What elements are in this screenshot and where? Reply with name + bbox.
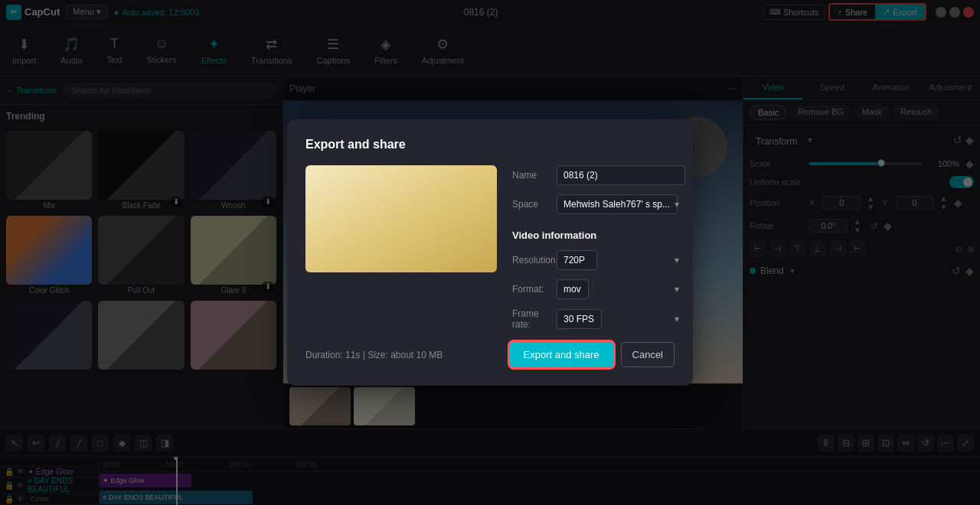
modal-body: Name Space Mehwish Saleh767' s sp... Vid… — [305, 165, 675, 330]
format-label: Format: — [512, 284, 550, 295]
framerate-select-wrapper: 24 FPS 30 FPS 60 FPS — [557, 309, 685, 329]
resolution-label: Resolution: — [512, 255, 550, 266]
modal-preview — [305, 165, 497, 272]
resolution-select[interactable]: 720P 1080P 4K — [557, 250, 597, 270]
space-select-wrapper: Mehwish Saleh767' s sp... — [557, 194, 685, 214]
framerate-label: Frame rate: — [512, 308, 550, 330]
export-share-modal: Export and share Name Space Mehwish Sale… — [287, 119, 693, 386]
modal-form: Name Space Mehwish Saleh767' s sp... Vid… — [512, 165, 685, 330]
space-label: Space — [512, 199, 550, 210]
name-input[interactable] — [557, 165, 685, 185]
name-label: Name — [512, 170, 550, 181]
framerate-row: Frame rate: 24 FPS 30 FPS 60 FPS — [512, 308, 685, 330]
format-select[interactable]: mov mp4 — [557, 279, 589, 299]
space-select[interactable]: Mehwish Saleh767' s sp... — [557, 194, 678, 214]
export-share-button[interactable]: Export and share — [510, 342, 613, 367]
format-row: Format: mov mp4 — [512, 279, 685, 299]
modal-overlay: Export and share Name Space Mehwish Sale… — [0, 0, 980, 505]
modal-footer: Duration: 11s | Size: about 10 MB Export… — [305, 342, 675, 367]
resolution-select-wrapper: 720P 1080P 4K — [557, 250, 685, 270]
modal-actions: Export and share Cancel — [510, 342, 675, 367]
space-row: Space Mehwish Saleh767' s sp... — [512, 194, 685, 214]
resolution-row: Resolution: 720P 1080P 4K — [512, 250, 685, 270]
modal-title: Export and share — [305, 138, 675, 152]
cancel-button[interactable]: Cancel — [621, 342, 675, 367]
name-row: Name — [512, 165, 685, 185]
video-info-heading: Video information — [512, 230, 685, 241]
duration-text: Duration: 11s | Size: about 10 MB — [305, 350, 443, 360]
framerate-select[interactable]: 24 FPS 30 FPS 60 FPS — [557, 309, 602, 329]
format-select-wrapper: mov mp4 — [557, 279, 685, 299]
